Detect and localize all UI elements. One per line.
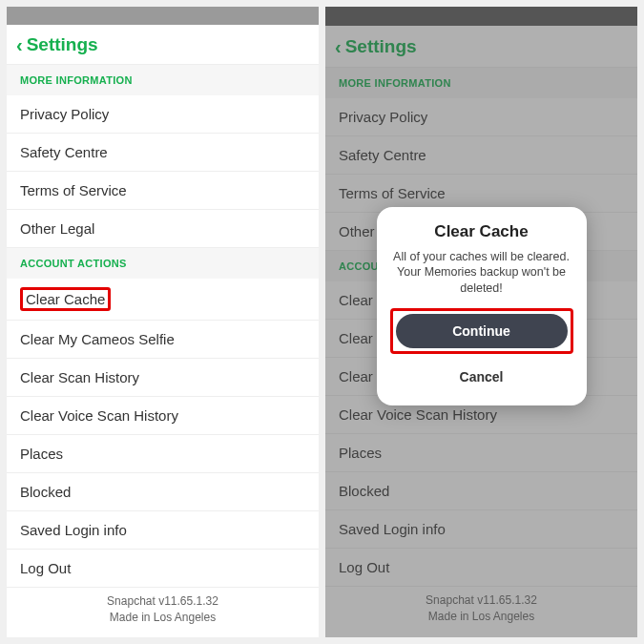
footer: Snapchat v11.65.1.32 Made in Los Angeles: [7, 588, 319, 637]
row-label: Saved Login info: [339, 521, 446, 537]
row-privacy-policy[interactable]: Privacy Policy: [7, 95, 319, 134]
row-label: Privacy Policy: [339, 109, 427, 125]
row-places[interactable]: Places: [7, 435, 319, 473]
row-label: Clear Scan History: [20, 369, 139, 385]
row-label: Terms of Service: [339, 185, 446, 201]
row-label: Other Legal: [20, 220, 94, 237]
page-title: Settings: [345, 36, 417, 57]
row-clear-cache[interactable]: Clear Cache: [7, 279, 319, 321]
version-text: Snapchat v11.65.1.32: [107, 594, 218, 608]
row-clear-cameos[interactable]: Clear My Cameos Selfie: [7, 321, 319, 359]
continue-button[interactable]: Continue: [396, 314, 568, 348]
screen-left: ‹ Settings MORE INFORMATION Privacy Poli…: [7, 7, 319, 637]
row-saved-login[interactable]: Saved Login info: [7, 511, 319, 550]
made-in-text: Made in Los Angeles: [7, 610, 319, 626]
row-label: Privacy Policy: [20, 106, 109, 122]
screen-right: ‹ Settings MORE INFORMATION Privacy Poli…: [325, 7, 637, 637]
footer: Snapchat v11.65.1.32 Made in Los Angeles: [325, 587, 637, 637]
row-label: Clear Cache: [20, 287, 111, 311]
header: ‹ Settings: [325, 26, 637, 68]
header: ‹ Settings: [7, 25, 319, 65]
page-title: Settings: [27, 34, 98, 55]
row-log-out[interactable]: Log Out: [7, 550, 319, 588]
row-label: Blocked: [20, 484, 71, 500]
row-other-legal[interactable]: Other Legal: [7, 210, 319, 248]
row-label: Saved Login info: [20, 522, 127, 538]
row-log-out[interactable]: Log Out: [325, 549, 637, 587]
version-text: Snapchat v11.65.1.32: [426, 593, 537, 607]
row-safety-centre[interactable]: Safety Centre: [7, 134, 319, 172]
section-more-information: MORE INFORMATION: [7, 65, 319, 95]
row-clear-scan-history[interactable]: Clear Scan History: [7, 359, 319, 397]
section-account-actions: ACCOUNT ACTIONS: [7, 248, 319, 279]
made-in-text: Made in Los Angeles: [325, 609, 637, 625]
back-icon[interactable]: ‹: [16, 35, 23, 54]
row-blocked[interactable]: Blocked: [325, 472, 637, 510]
statusbar: [7, 7, 319, 25]
cancel-button[interactable]: Cancel: [390, 362, 573, 392]
back-icon[interactable]: ‹: [335, 37, 342, 56]
row-label: Safety Centre: [20, 144, 108, 160]
row-label: Clear Voice Scan History: [20, 407, 178, 424]
section-more-information: MORE INFORMATION: [325, 68, 637, 98]
modal-body: All of your caches will be cleared. Your…: [390, 248, 573, 297]
row-label: Terms of Service: [20, 182, 127, 198]
row-label: Log Out: [339, 559, 389, 575]
row-label: Log Out: [20, 560, 71, 576]
row-blocked[interactable]: Blocked: [7, 473, 319, 511]
row-places[interactable]: Places: [325, 434, 637, 472]
row-clear-voice-scan[interactable]: Clear Voice Scan History: [7, 397, 319, 435]
row-terms-of-service[interactable]: Terms of Service: [7, 172, 319, 210]
modal-title: Clear Cache: [390, 221, 573, 240]
row-label: Safety Centre: [339, 147, 426, 163]
row-safety-centre[interactable]: Safety Centre: [325, 136, 637, 175]
row-privacy-policy[interactable]: Privacy Policy: [325, 98, 637, 136]
row-label: Clear My Cameos Selfie: [20, 331, 175, 347]
row-label: Places: [339, 445, 382, 461]
row-label: Blocked: [339, 483, 389, 499]
row-label: Clear Voice Scan History: [339, 406, 497, 423]
statusbar: [325, 7, 637, 26]
continue-highlight: Continue: [390, 308, 573, 354]
row-saved-login[interactable]: Saved Login info: [325, 510, 637, 549]
row-label: Places: [20, 446, 63, 462]
clear-cache-modal: Clear Cache All of your caches will be c…: [377, 206, 587, 405]
